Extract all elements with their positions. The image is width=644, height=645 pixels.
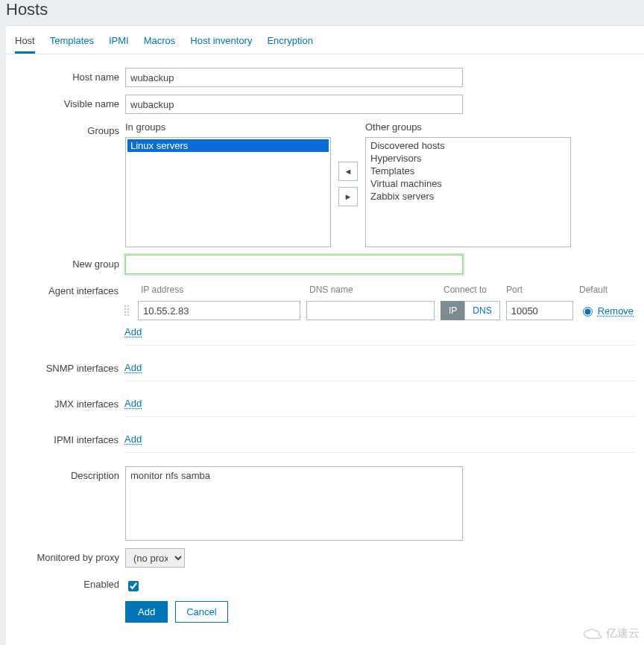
- remove-interface-link[interactable]: Remove: [598, 305, 634, 317]
- list-item[interactable]: Discovered hosts: [367, 139, 569, 152]
- default-interface-radio[interactable]: [583, 307, 593, 317]
- description-label: Description: [15, 466, 125, 481]
- page-title: Hosts: [0, 0, 644, 25]
- connect-to-segment: IP DNS: [441, 301, 500, 320]
- col-dns-name: DNS name: [309, 285, 438, 295]
- tab-host[interactable]: Host: [15, 26, 35, 54]
- proxy-select[interactable]: (no proxy): [125, 548, 185, 568]
- enabled-label: Enabled: [15, 575, 125, 590]
- add-snmp-interface-link[interactable]: Add: [124, 362, 142, 373]
- ip-address-input[interactable]: [138, 301, 300, 320]
- list-item[interactable]: Zabbix servers: [367, 190, 569, 203]
- monitored-by-proxy-label: Monitored by proxy: [15, 548, 125, 563]
- list-item[interactable]: Templates: [367, 165, 569, 177]
- cancel-button[interactable]: Cancel: [175, 601, 227, 623]
- form-panel: Host Templates IPMI Macros Host inventor…: [6, 25, 644, 645]
- move-right-button[interactable]: ►: [338, 187, 358, 206]
- in-groups-listbox[interactable]: Linux servers: [125, 137, 331, 247]
- jmx-interfaces-label: JMX interfaces: [15, 395, 124, 410]
- description-textarea[interactable]: monitor nfs samba: [125, 466, 463, 541]
- tab-ipmi[interactable]: IPMI: [109, 26, 129, 54]
- cloud-icon: [582, 627, 603, 641]
- triangle-left-icon: ◄: [344, 167, 353, 176]
- groups-label: Groups: [15, 121, 125, 136]
- col-default: Default: [579, 285, 607, 295]
- col-port: Port: [506, 285, 573, 295]
- add-agent-interface-link[interactable]: Add: [124, 326, 142, 337]
- triangle-right-icon: ►: [344, 192, 353, 201]
- other-groups-listbox[interactable]: Discovered hosts Hypervisors Templates V…: [365, 137, 571, 247]
- visible-name-label: Visible name: [15, 95, 125, 109]
- list-item[interactable]: Linux servers: [127, 139, 329, 152]
- add-button[interactable]: Add: [125, 601, 168, 623]
- add-jmx-interface-link[interactable]: Add: [124, 398, 142, 409]
- host-name-input[interactable]: [125, 68, 463, 87]
- in-groups-label: In groups: [125, 121, 331, 133]
- list-item[interactable]: Virtual machines: [367, 177, 569, 190]
- tab-bar: Host Templates IPMI Macros Host inventor…: [6, 26, 644, 54]
- tab-host-inventory[interactable]: Host inventory: [190, 26, 252, 54]
- agent-interface-row: IP DNS Remove: [124, 298, 635, 323]
- agent-interfaces-label: Agent interfaces: [15, 282, 124, 296]
- new-group-input[interactable]: [125, 255, 463, 274]
- tab-encryption[interactable]: Encryption: [267, 26, 312, 54]
- list-item[interactable]: Hypervisors: [367, 152, 569, 165]
- enabled-checkbox[interactable]: [128, 581, 139, 591]
- add-ipmi-interface-link[interactable]: Add: [124, 433, 142, 445]
- connect-to-dns-button[interactable]: DNS: [464, 301, 499, 320]
- ipmi-interfaces-label: IPMI interfaces: [15, 430, 124, 445]
- new-group-label: New group: [15, 255, 125, 270]
- tab-macros[interactable]: Macros: [144, 26, 176, 54]
- other-groups-label: Other groups: [365, 121, 571, 133]
- col-connect-to: Connect to: [443, 285, 500, 295]
- watermark: 亿速云: [582, 626, 640, 641]
- host-name-label: Host name: [15, 68, 125, 83]
- dns-name-input[interactable]: [306, 301, 435, 320]
- snmp-interfaces-label: SNMP interfaces: [15, 359, 124, 374]
- port-input[interactable]: [506, 301, 573, 320]
- connect-to-ip-button[interactable]: IP: [441, 301, 464, 320]
- col-ip-address: IP address: [141, 285, 303, 295]
- tab-templates[interactable]: Templates: [50, 26, 94, 54]
- move-left-button[interactable]: ◄: [338, 162, 358, 181]
- visible-name-input[interactable]: [125, 95, 463, 114]
- drag-handle-icon[interactable]: [124, 305, 132, 317]
